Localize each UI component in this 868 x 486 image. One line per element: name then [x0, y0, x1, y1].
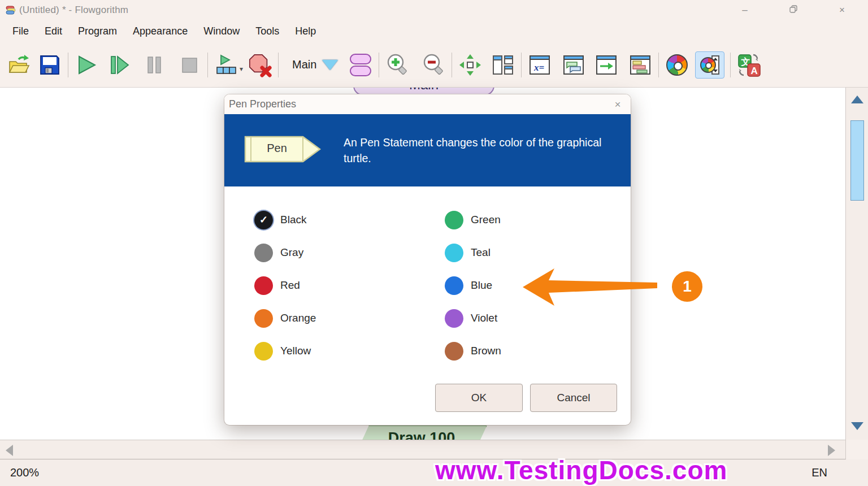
- language-indicator: EN: [811, 466, 827, 479]
- ok-button[interactable]: OK: [435, 384, 523, 412]
- vertical-scrollbar-thumb[interactable]: [850, 120, 864, 201]
- save-button[interactable]: [37, 51, 62, 79]
- output-window-icon: [594, 53, 618, 77]
- app-icon: [6, 6, 16, 15]
- restore-icon: [789, 5, 797, 13]
- console-window-icon: [562, 53, 585, 77]
- dialog-banner: Pen An Pen Statement changes the color o…: [224, 114, 631, 186]
- toolbar-separator: [521, 53, 522, 77]
- color-wheel-icon: [666, 54, 688, 76]
- function-selector-dropdown-icon[interactable]: [322, 60, 338, 70]
- run-to-symbol-button[interactable]: [214, 51, 238, 79]
- svg-text:A: A: [751, 66, 758, 76]
- layout-windows-icon: [628, 53, 652, 77]
- yellow-swatch-icon[interactable]: [254, 342, 273, 361]
- flowchart-draw-node[interactable]: Draw 100: [356, 425, 487, 440]
- toolbar-separator: [68, 53, 68, 77]
- function-selector-label[interactable]: Main: [292, 58, 316, 71]
- layout-windows-button[interactable]: [628, 51, 653, 79]
- dialog-description: An Pen Statement changes the color of th…: [344, 134, 615, 167]
- output-window-button[interactable]: [594, 51, 619, 79]
- color-label: Green: [471, 214, 501, 226]
- menu-file[interactable]: File: [5, 22, 37, 41]
- color-label: Violet: [471, 312, 497, 324]
- run-icon: [75, 54, 98, 76]
- menu-program[interactable]: Program: [70, 22, 125, 41]
- title-bar: (Untitled) * - Flowgorithm – ×: [0, 0, 868, 20]
- clear-breakpoints-button[interactable]: [248, 51, 272, 79]
- blue-swatch-icon[interactable]: [445, 276, 463, 295]
- shape-palette-button[interactable]: [348, 51, 373, 79]
- zoom-in-button[interactable]: [385, 51, 410, 79]
- dialog-title-bar: Pen Properties ×: [224, 94, 631, 114]
- dialog-close-icon[interactable]: ×: [611, 98, 624, 111]
- translate-button[interactable]: 文 A: [736, 51, 761, 79]
- color-option-brown[interactable]: Brown: [445, 335, 501, 367]
- color-label: Blue: [471, 279, 492, 292]
- fit-to-window-button[interactable]: [458, 51, 483, 79]
- color-label: Gray: [280, 246, 303, 259]
- color-option-teal[interactable]: Teal: [445, 236, 501, 269]
- orange-swatch-icon[interactable]: [254, 309, 273, 328]
- menu-tools[interactable]: Tools: [248, 22, 287, 41]
- status-bar: 200% www.TestingDocs.com EN: [0, 459, 868, 486]
- color-option-green[interactable]: Green: [445, 203, 501, 236]
- color-option-violet[interactable]: Violet: [445, 302, 501, 335]
- cancel-button[interactable]: Cancel: [530, 384, 617, 412]
- color-label: Red: [280, 279, 300, 292]
- menu-appearance[interactable]: Appearance: [125, 22, 196, 41]
- toolbar-separator: [730, 53, 731, 77]
- pause-button[interactable]: [142, 51, 167, 79]
- console-window-button[interactable]: [561, 51, 586, 79]
- color-option-red[interactable]: Red: [254, 269, 316, 302]
- brown-swatch-icon[interactable]: [445, 342, 463, 361]
- variable-watch-window-button[interactable]: x=: [527, 51, 552, 79]
- color-column-right: GreenTealBlueVioletBrown: [445, 203, 501, 367]
- scroll-left-icon[interactable]: [6, 445, 13, 456]
- menu-bar: FileEditProgramAppearanceWindowToolsHelp: [0, 20, 868, 42]
- clear-breakpoints-icon: [248, 53, 272, 77]
- run-to-symbol-icon: [214, 53, 238, 77]
- vertical-scrollbar[interactable]: [845, 88, 868, 440]
- toolbar-separator: [207, 53, 208, 77]
- green-swatch-icon[interactable]: [445, 211, 463, 229]
- tile-windows-icon: [491, 53, 515, 77]
- black-swatch-icon[interactable]: ✓: [254, 211, 273, 229]
- tile-windows-button[interactable]: [491, 51, 515, 79]
- color-option-yellow[interactable]: Yellow: [254, 335, 316, 367]
- menu-help[interactable]: Help: [287, 22, 324, 41]
- stop-button[interactable]: [177, 51, 202, 79]
- graphics-window-button[interactable]: [695, 51, 724, 79]
- run-button[interactable]: [74, 51, 99, 79]
- color-option-gray[interactable]: Gray: [254, 236, 316, 269]
- toolbar-separator: [379, 53, 379, 77]
- menu-edit[interactable]: Edit: [37, 22, 70, 41]
- open-button[interactable]: [7, 51, 32, 79]
- close-button[interactable]: ×: [836, 5, 848, 16]
- scroll-down-icon[interactable]: [851, 422, 863, 430]
- dialog-title: Pen Properties: [229, 98, 296, 110]
- menu-window[interactable]: Window: [196, 22, 248, 41]
- run-to-symbol-dropdown[interactable]: ▾: [240, 65, 243, 73]
- gray-swatch-icon[interactable]: [254, 244, 273, 262]
- minimize-button[interactable]: –: [739, 5, 750, 16]
- pen-shape-label: Pen: [257, 142, 297, 155]
- color-label: Teal: [471, 246, 491, 259]
- stop-icon: [178, 54, 201, 76]
- color-schemes-button[interactable]: [665, 51, 689, 79]
- color-label: Black: [280, 214, 306, 226]
- svg-text:x=: x=: [533, 62, 544, 73]
- scroll-right-icon[interactable]: [828, 445, 835, 456]
- restore-button[interactable]: [788, 5, 799, 16]
- color-option-orange[interactable]: Orange: [254, 302, 316, 335]
- zoom-in-icon: [385, 53, 409, 77]
- violet-swatch-icon[interactable]: [445, 309, 463, 328]
- teal-swatch-icon[interactable]: [445, 244, 463, 262]
- zoom-out-button[interactable]: [421, 51, 446, 79]
- step-button[interactable]: [107, 51, 132, 79]
- toolbar-separator: [278, 53, 279, 77]
- red-swatch-icon[interactable]: [254, 276, 273, 295]
- color-option-black[interactable]: ✓Black: [254, 203, 316, 236]
- color-option-blue[interactable]: Blue: [445, 269, 501, 302]
- scroll-up-icon[interactable]: [851, 96, 863, 103]
